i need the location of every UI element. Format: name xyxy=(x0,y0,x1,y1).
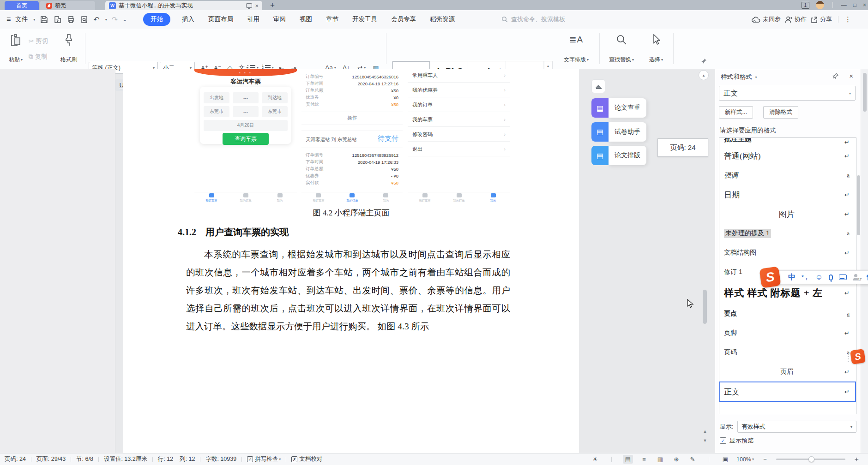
menu-tab[interactable]: 插入 xyxy=(182,15,194,24)
spell-check-toggle[interactable]: ✓拼写检查▾ xyxy=(247,455,281,463)
ruler-toggle-icon[interactable] xyxy=(701,58,707,66)
ime-account-icon[interactable]: 17 xyxy=(853,274,860,280)
ime-mode-icon[interactable]: 中 xyxy=(788,274,796,281)
profile-menu-item[interactable]: 退出› xyxy=(412,146,506,152)
style-item[interactable]: 未处理的提及 1a xyxy=(719,224,856,243)
menu-tab[interactable]: 章节 xyxy=(326,15,338,24)
menu-tab[interactable]: 引用 xyxy=(247,15,259,24)
clear-format-button[interactable]: 清除格式 xyxy=(763,106,798,119)
menu-tab[interactable]: 页面布局 xyxy=(208,15,233,24)
format-painter-button[interactable]: 格式刷 xyxy=(56,30,81,66)
command-search-input[interactable]: 查找命令、搜索模板 xyxy=(501,10,565,29)
ime-keyboard-icon[interactable] xyxy=(839,274,847,280)
menu-tab[interactable]: 审阅 xyxy=(273,15,286,24)
style-item[interactable]: 强调a xyxy=(719,166,856,185)
text-layout-button[interactable]: ≣A 文字排版▾ xyxy=(556,30,596,66)
web-view-icon[interactable]: ⊕ xyxy=(671,455,681,464)
save-icon[interactable] xyxy=(40,15,48,24)
collaborate-button[interactable]: 协作 xyxy=(785,15,807,24)
quickbar-more-icon[interactable]: ⌄ xyxy=(122,16,127,23)
phone-tab[interactable]: 我的订单 xyxy=(335,192,369,204)
style-item[interactable]: 样式 样式 附标题 + 左↵ xyxy=(719,282,856,304)
style-item[interactable]: 正文↵ xyxy=(719,382,856,402)
phone-tab[interactable]: 我的 xyxy=(476,192,510,204)
status-column[interactable]: 列: 12 xyxy=(180,455,195,463)
pin-panel-icon[interactable] xyxy=(832,73,838,80)
style-item[interactable]: 日期↵ xyxy=(719,185,856,204)
show-preview-option[interactable]: ✓ 显示预览 xyxy=(720,436,753,445)
page-view-icon[interactable]: ▤ xyxy=(623,455,633,464)
more-menu-icon[interactable]: ⋮ xyxy=(844,15,851,24)
paste-button[interactable]: 粘贴▾ xyxy=(4,30,28,66)
profile-menu-item[interactable]: 我的车票› xyxy=(412,116,506,123)
outline-view-icon[interactable]: ≡ xyxy=(639,455,649,464)
fit-page-icon[interactable]: ▣ xyxy=(720,455,730,464)
ime-punctuation-icon[interactable]: °， xyxy=(802,274,809,280)
new-tab-button[interactable]: ＋ xyxy=(267,0,278,10)
doc-count-badge[interactable]: 1 xyxy=(802,2,809,9)
style-item[interactable]: 文档结构图↵ xyxy=(719,243,856,262)
phone-tab[interactable]: 预订车票 xyxy=(194,192,229,204)
menu-tab[interactable]: 视图 xyxy=(300,15,312,24)
scroll-top-button[interactable]: ▴ xyxy=(699,70,709,80)
current-style-select[interactable]: 正文▾ xyxy=(719,86,856,101)
minimize-button[interactable]: — xyxy=(841,2,847,8)
sync-status-button[interactable]: 未同步 xyxy=(752,15,781,24)
document-page[interactable]: • • • 客运汽车票 出发地---到达地 东莞市---东莞市 4月26日 查询… xyxy=(123,69,579,453)
hamburger-icon[interactable]: ≡ xyxy=(6,15,11,24)
phone-tab[interactable]: 预订车票 xyxy=(408,192,442,204)
next-page-button[interactable]: ▼ xyxy=(702,437,708,444)
read-view-icon[interactable]: ▥ xyxy=(655,455,665,464)
style-item[interactable]: 页码a xyxy=(719,343,856,362)
close-tab-icon[interactable]: × xyxy=(255,2,259,9)
menu-tab[interactable]: 会员专享 xyxy=(391,15,416,24)
zoom-out-icon[interactable]: − xyxy=(760,455,770,464)
status-section[interactable]: 节: 6/8 xyxy=(76,455,93,463)
menu-tab[interactable]: 开发工具 xyxy=(352,15,377,24)
assistant-tool-button[interactable]: ▤论文排版 xyxy=(591,146,646,165)
phone-tab[interactable]: 我的订单 xyxy=(229,192,263,204)
status-setting-value[interactable]: 设置值: 13.2厘米 xyxy=(104,455,147,463)
ime-skin-icon[interactable] xyxy=(866,274,868,280)
profile-menu-item[interactable]: 常用乘车人› xyxy=(412,72,506,78)
status-line[interactable]: 行: 12 xyxy=(158,455,173,463)
undo-icon[interactable]: ↶ xyxy=(93,15,99,24)
style-item[interactable]: 普通(网站)↵ xyxy=(719,146,856,166)
panel-scrollbar-thumb[interactable] xyxy=(863,73,867,112)
panel-scrollbar[interactable] xyxy=(861,69,868,453)
ime-emoji-icon[interactable]: ☺ xyxy=(815,274,823,281)
profile-menu-item[interactable]: 我的优惠券› xyxy=(412,87,506,93)
zoom-in-icon[interactable]: ＋ xyxy=(851,455,862,464)
export-icon[interactable] xyxy=(53,15,62,24)
file-menu[interactable]: 文件 xyxy=(15,15,28,24)
zoom-level[interactable]: 100%▾ xyxy=(736,456,754,463)
previous-page-button[interactable]: ▲ xyxy=(702,428,708,435)
style-item[interactable]: 页眉↵ xyxy=(719,362,856,382)
find-replace-button[interactable]: 查找替换▾ xyxy=(603,30,640,66)
select-button[interactable]: 选择▾ xyxy=(643,30,669,66)
present-monitor-icon[interactable] xyxy=(246,3,252,8)
show-filter-select[interactable]: 有效样式▾ xyxy=(737,421,856,433)
close-panel-icon[interactable]: × xyxy=(849,72,853,80)
menu-tab[interactable]: 开始 xyxy=(143,13,170,26)
panel-title[interactable]: 样式和格式▾ xyxy=(721,73,757,81)
phone-tab[interactable]: 预订车票 xyxy=(301,192,335,204)
close-window-button[interactable]: × xyxy=(863,2,866,8)
status-page-count[interactable]: 页面: 29/43 xyxy=(36,455,66,463)
assistant-tool-button[interactable]: ▤论文查重 xyxy=(591,98,646,118)
print-preview-icon[interactable] xyxy=(80,15,89,24)
sogou-mini-icon[interactable]: S xyxy=(848,350,865,364)
tab-home[interactable]: 首页 xyxy=(5,1,39,10)
print-icon[interactable] xyxy=(66,15,75,24)
ime-voice-icon[interactable] xyxy=(829,274,833,280)
new-style-button[interactable]: 新样式... xyxy=(719,106,753,119)
eye-protection-icon[interactable]: ☀ xyxy=(590,455,600,464)
phone-tab[interactable]: 我的 xyxy=(369,192,403,204)
drag-handle-icon[interactable] xyxy=(848,352,849,362)
status-page-number[interactable]: 页码: 24 xyxy=(5,455,26,463)
share-button[interactable]: 分享 xyxy=(811,15,832,24)
style-item[interactable]: 图片↵ xyxy=(719,204,856,224)
menu-tab[interactable]: 稻壳资源 xyxy=(430,15,455,24)
style-item[interactable]: 批注主题↵ xyxy=(719,138,856,146)
tab-docer[interactable]: 稻壳 xyxy=(40,1,95,10)
